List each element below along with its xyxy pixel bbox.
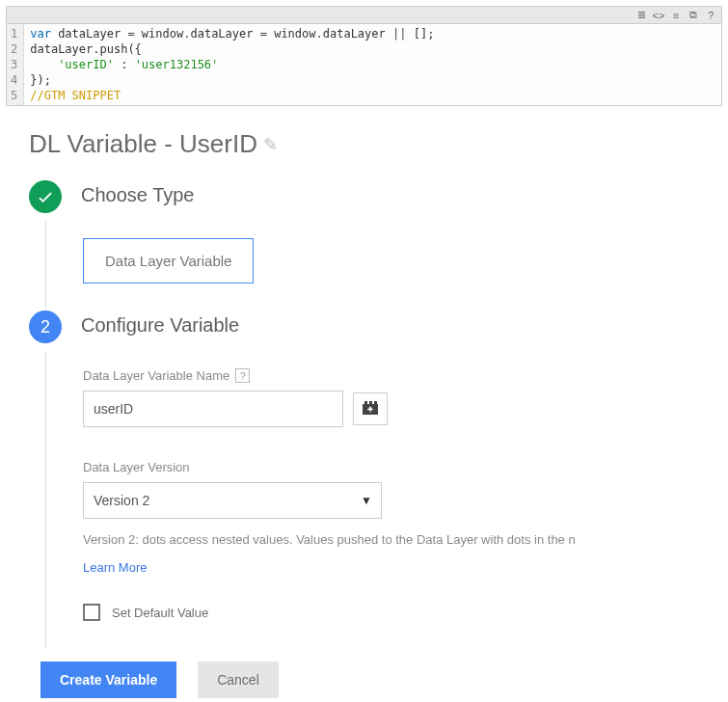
step-badge-done [29, 180, 62, 213]
step1-heading: Choose Type [81, 180, 709, 206]
page-title: DL Variable - UserID ✎ [29, 129, 709, 159]
create-variable-button[interactable]: Create Variable [40, 662, 176, 698]
code-gutter: 1 2 3 4 5 [7, 24, 24, 105]
toolbar-list-icon[interactable]: ≣ [634, 10, 648, 21]
svg-rect-6 [370, 407, 371, 413]
toolbar-lines-icon[interactable]: ≡ [669, 10, 683, 21]
version-select[interactable]: Version 2 [83, 482, 382, 519]
code-body: 1 2 3 4 5 var dataLayer = window.dataLay… [7, 24, 721, 105]
code-source[interactable]: var dataLayer = window.dataLayer = windo… [24, 24, 440, 105]
svg-rect-1 [369, 401, 372, 404]
set-default-checkbox[interactable] [83, 604, 100, 621]
cancel-button[interactable]: Cancel [198, 662, 279, 698]
code-snippet-panel: ≣ <> ≡ ⧉ ? 1 2 3 4 5 var dataLayer = win… [6, 6, 722, 106]
version-hint: Version 2: dots access nested values. Va… [83, 532, 709, 547]
svg-rect-0 [364, 401, 367, 404]
toolbar-help-icon[interactable]: ? [704, 10, 717, 21]
insert-variable-button[interactable] [353, 392, 388, 425]
variable-name-label: Data Layer Variable Name ? [83, 368, 709, 383]
step2-heading: Configure Variable [81, 310, 709, 337]
step-badge-2: 2 [29, 310, 62, 343]
help-icon[interactable]: ? [235, 368, 250, 383]
svg-rect-2 [374, 401, 377, 404]
type-chip[interactable]: Data Layer Variable [83, 238, 254, 284]
set-default-label: Set Default Value [112, 606, 208, 620]
toolbar-code-icon[interactable]: <> [652, 10, 665, 21]
version-label: Data Layer Version [83, 460, 709, 474]
check-icon [36, 187, 55, 206]
variable-name-input[interactable] [83, 391, 343, 427]
edit-icon[interactable]: ✎ [263, 134, 278, 155]
code-toolbar: ≣ <> ≡ ⧉ ? [7, 7, 721, 24]
learn-more-link[interactable]: Learn More [83, 560, 147, 575]
toolbar-copy-icon[interactable]: ⧉ [687, 10, 700, 21]
